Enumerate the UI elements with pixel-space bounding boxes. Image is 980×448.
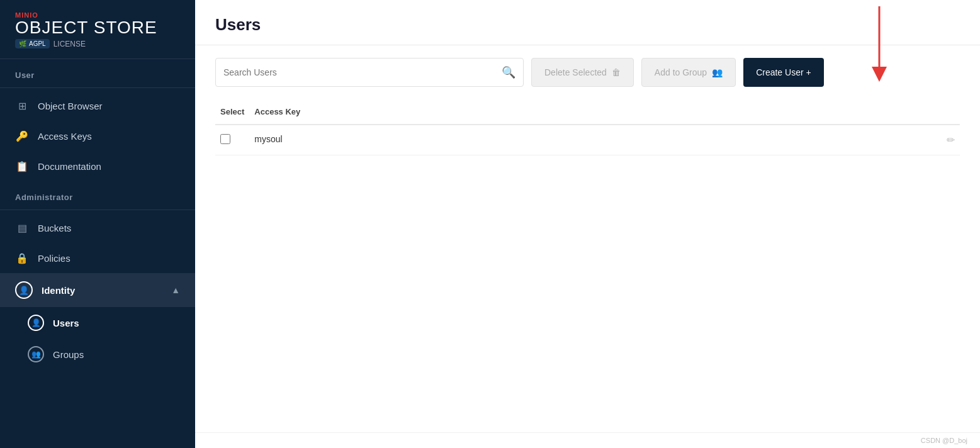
sidebar-item-label: Documentation: [38, 161, 101, 172]
policies-icon: 🔒: [15, 251, 29, 265]
delete-selected-button[interactable]: Delete Selected 🗑: [531, 58, 634, 87]
table-header: Select Access Key: [215, 99, 960, 125]
identity-chevron: ▲: [171, 285, 180, 295]
create-user-label: Create User +: [756, 67, 811, 77]
admin-section-label: Administrator: [0, 181, 195, 207]
main-footer: CSDN @D_boj: [195, 432, 980, 448]
row-checkbox[interactable]: [220, 134, 230, 144]
toolbar: 🔍 Delete Selected 🗑 Add to Group 👥 Creat…: [195, 45, 980, 99]
main-header: Users: [195, 0, 980, 45]
sidebar-item-access-keys[interactable]: 🔑 Access Keys: [0, 121, 195, 151]
sidebar-item-label: Policies: [38, 253, 70, 264]
logo-area: MINIO OBJECT STORE 🌿 AGPL LICENSE: [0, 0, 195, 59]
footer-text: CSDN @D_boj: [921, 437, 967, 444]
sidebar-sub-item-groups[interactable]: 👥 Groups: [0, 339, 195, 370]
create-user-button[interactable]: Create User +: [743, 58, 824, 87]
logo-light: STORE: [88, 18, 157, 37]
access-keys-icon: 🔑: [15, 129, 29, 143]
sidebar: MINIO OBJECT STORE 🌿 AGPL LICENSE User ⊞…: [0, 0, 195, 448]
logo-bold: OBJECT: [15, 18, 88, 37]
search-input[interactable]: [223, 67, 502, 77]
sidebar-item-label: Access Keys: [38, 131, 92, 142]
sidebar-item-object-browser[interactable]: ⊞ Object Browser: [0, 91, 195, 121]
page-title: Users: [215, 15, 960, 35]
search-box[interactable]: 🔍: [215, 58, 524, 87]
add-group-icon: 👥: [712, 67, 723, 77]
delete-icon: 🗑: [612, 67, 621, 77]
logo-license-area: 🌿 AGPL LICENSE: [15, 39, 180, 48]
add-to-group-label: Add to Group: [655, 67, 707, 77]
identity-icon: 👤: [19, 286, 29, 295]
search-icon: 🔍: [502, 65, 515, 79]
identity-icon-circle: 👤: [15, 281, 33, 299]
sidebar-item-label: Identity: [42, 285, 75, 296]
sidebar-sub-item-users[interactable]: 👤 Users: [0, 307, 195, 339]
documentation-icon: 📋: [15, 159, 29, 173]
sidebar-item-label: Buckets: [38, 223, 71, 233]
sidebar-sub-item-label: Groups: [53, 349, 84, 360]
sidebar-item-identity[interactable]: 👤 Identity ▲: [0, 273, 195, 307]
sidebar-item-documentation[interactable]: 📋 Documentation: [0, 151, 195, 181]
add-to-group-button[interactable]: Add to Group 👥: [641, 58, 736, 87]
user-section-label: User: [0, 59, 195, 85]
agpl-badge: 🌿 AGPL: [15, 39, 50, 48]
table-body: mysoul ✏: [215, 125, 960, 155]
sidebar-sub-item-label: Users: [53, 318, 79, 328]
agpl-icon: 🌿: [19, 40, 26, 47]
table-row: mysoul ✏: [215, 125, 960, 155]
admin-divider: [0, 210, 195, 210]
groups-icon-circle: 👥: [28, 346, 44, 362]
license-text: LICENSE: [54, 40, 86, 48]
col-select: Select: [215, 99, 249, 125]
users-table: Select Access Key mysoul ✏: [215, 99, 960, 155]
users-icon: 👤: [31, 318, 41, 327]
sidebar-item-buckets[interactable]: ▤ Buckets: [0, 213, 195, 243]
table-container: Select Access Key mysoul ✏: [195, 99, 980, 432]
buckets-icon: ▤: [15, 221, 29, 235]
object-browser-icon: ⊞: [15, 99, 29, 113]
sidebar-item-label: Object Browser: [38, 101, 103, 111]
logo-title: OBJECT STORE: [15, 19, 180, 36]
row-checkbox-cell[interactable]: [215, 125, 249, 155]
col-access-key: Access Key: [249, 99, 960, 125]
agpl-text: AGPL: [29, 40, 46, 47]
row-access-key: mysoul ✏: [249, 125, 960, 155]
main-content: Users 🔍 Delete Selected 🗑 Add to Group 👥…: [195, 0, 980, 448]
users-icon-circle: 👤: [28, 315, 44, 331]
sidebar-item-policies[interactable]: 🔒 Policies: [0, 243, 195, 273]
delete-selected-label: Delete Selected: [544, 67, 607, 77]
user-divider: [0, 87, 195, 88]
groups-icon: 👥: [31, 350, 41, 359]
edit-icon[interactable]: ✏: [947, 134, 955, 146]
